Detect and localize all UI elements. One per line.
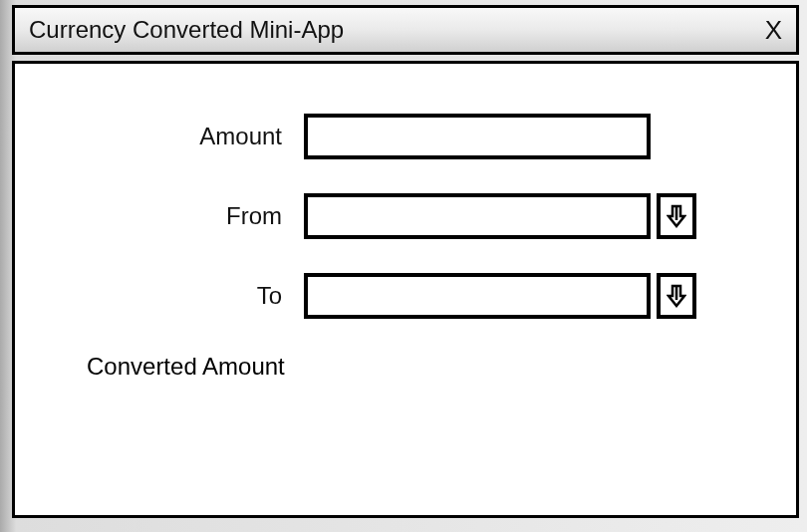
titlebar: Currency Converted Mini-App X [12,5,799,55]
amount-row: Amount [55,114,756,159]
from-row: From [55,193,756,239]
window-title: Currency Converted Mini-App [29,16,344,44]
arrow-down-icon [667,284,686,308]
window-frame: Currency Converted Mini-App X Amount Fro… [0,0,807,532]
to-dropdown-button[interactable] [657,273,696,319]
to-label: To [55,282,304,310]
converted-amount-label: Converted Amount [87,353,285,381]
to-row: To [55,273,756,319]
arrow-down-icon [667,204,686,228]
to-select[interactable] [304,273,651,319]
amount-input[interactable] [304,114,651,159]
content-panel: Amount From To [12,61,799,518]
from-dropdown-button[interactable] [657,193,696,239]
amount-label: Amount [55,123,304,150]
converted-amount-row: Converted Amount [55,353,756,381]
close-button[interactable]: X [765,15,782,46]
from-label: From [55,202,304,230]
from-select[interactable] [304,193,651,239]
